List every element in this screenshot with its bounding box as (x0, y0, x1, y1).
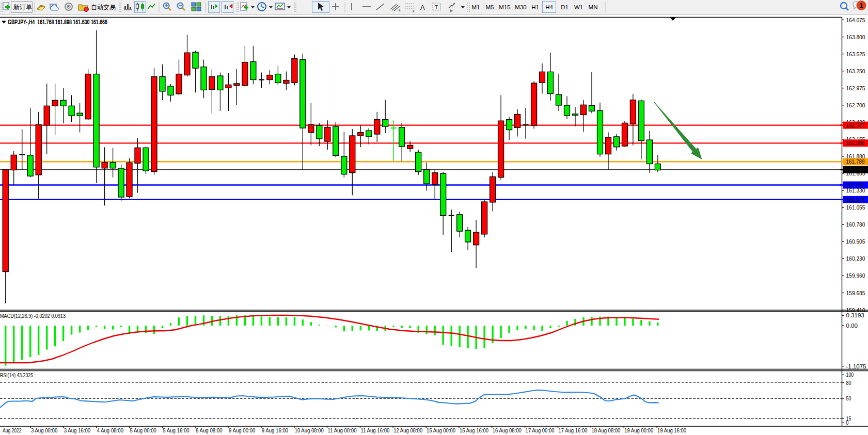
svg-text:17 Aug 00:00: 17 Aug 00:00 (526, 427, 555, 433)
svg-text:162.377: 162.377 (846, 122, 865, 128)
svg-text:19 Aug 00:00: 19 Aug 00:00 (624, 427, 653, 433)
svg-text:GBPJPY-,H4 161.768 161.898 16: GBPJPY-,H4 161.768 161.898 161.630 161.6… (8, 19, 107, 26)
svg-text:162.700: 162.700 (846, 102, 865, 108)
svg-text:3 Aug 00:00: 3 Aug 00:00 (31, 427, 57, 433)
svg-text:163.525: 163.525 (846, 51, 865, 57)
svg-text:159.685: 159.685 (846, 290, 865, 296)
svg-text:0.00: 0.00 (846, 323, 858, 329)
svg-text:18 Aug 08:00: 18 Aug 08:00 (591, 427, 620, 433)
svg-text:19 Aug 16:00: 19 Aug 16:00 (657, 427, 686, 433)
svg-text:161.789: 161.789 (846, 158, 865, 165)
svg-text:Aug 2022: Aug 2022 (3, 427, 22, 433)
svg-text:9 Aug 16:00: 9 Aug 16:00 (262, 427, 288, 433)
svg-text:161.411: 161.411 (846, 182, 865, 188)
svg-text:50: 50 (846, 395, 851, 401)
svg-text:17 Aug 16:00: 17 Aug 16:00 (559, 427, 588, 433)
svg-text:161.175: 161.175 (846, 197, 865, 203)
svg-text:164.075: 164.075 (846, 17, 865, 23)
svg-text:3 Aug 16:00: 3 Aug 16:00 (64, 427, 90, 433)
svg-text:12 Aug 08:00: 12 Aug 08:00 (393, 427, 422, 433)
svg-text:15 Aug 16:00: 15 Aug 16:00 (460, 427, 488, 433)
svg-text:5 Aug 00:00: 5 Aug 00:00 (130, 427, 156, 433)
svg-text:9 Aug 00:00: 9 Aug 00:00 (229, 427, 255, 433)
svg-text:10 Aug 08:00: 10 Aug 08:00 (295, 427, 324, 433)
svg-text:4 Aug 08:00: 4 Aug 08:00 (97, 427, 123, 433)
svg-text:162.975: 162.975 (846, 85, 865, 91)
svg-text:159.960: 159.960 (846, 272, 865, 279)
svg-text:163.800: 163.800 (846, 34, 865, 40)
svg-text:-1.1075: -1.1075 (846, 363, 866, 369)
svg-text:0.3193: 0.3193 (846, 312, 864, 318)
svg-text:MACD(12,26,9) -0.0202 0.0913: MACD(12,26,9) -0.0202 0.0913 (0, 313, 66, 319)
svg-text:162.088: 162.088 (846, 140, 865, 146)
svg-text:RSI(14) 43.2325: RSI(14) 43.2325 (0, 372, 33, 378)
svg-text:8 Aug 08:00: 8 Aug 08:00 (196, 427, 222, 433)
svg-text:163.250: 163.250 (846, 68, 865, 74)
svg-text:16 Aug 08:00: 16 Aug 08:00 (493, 427, 522, 433)
svg-text:160.780: 160.780 (846, 221, 865, 228)
svg-text:161.055: 161.055 (846, 204, 865, 211)
svg-text:100: 100 (846, 372, 854, 378)
svg-text:80: 80 (846, 380, 851, 386)
svg-text:161.666: 161.666 (846, 167, 865, 173)
svg-text:11 Aug 16:00: 11 Aug 16:00 (360, 427, 389, 433)
svg-text:160.505: 160.505 (846, 238, 865, 245)
svg-text:5 Aug 16:00: 5 Aug 16:00 (163, 427, 189, 433)
svg-text:15 Aug 00:00: 15 Aug 00:00 (427, 427, 455, 433)
svg-text:11 Aug 00:00: 11 Aug 00:00 (328, 427, 357, 433)
svg-text:160.230: 160.230 (846, 255, 865, 262)
svg-text:0: 0 (846, 420, 849, 426)
